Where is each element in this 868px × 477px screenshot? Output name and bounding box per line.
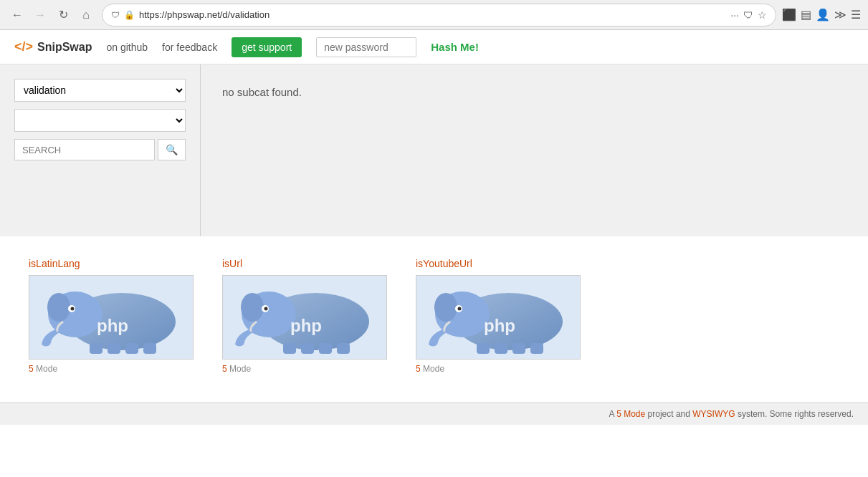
svg-rect-8	[143, 343, 156, 354]
reader-icon[interactable]: ▤	[801, 8, 811, 21]
svg-rect-15	[283, 343, 296, 354]
reload-button[interactable]: ↻	[53, 5, 73, 25]
snippet-thumb-0: php	[29, 275, 194, 360]
snippet-mode-0: 5 Mode	[29, 364, 194, 374]
library-icon[interactable]: ⬛	[782, 8, 796, 21]
browser-chrome: ← → ↻ ⌂ 🛡 🔒 https://phpswap.net/d/valida…	[0, 0, 868, 30]
category-select[interactable]: validation	[14, 79, 186, 102]
svg-text:php: php	[484, 316, 515, 335]
bookmark-icon[interactable]: 🛡	[743, 9, 753, 21]
footer-mode-link[interactable]: 5 Mode	[616, 409, 645, 419]
lock-icon: 🔒	[124, 10, 135, 20]
svg-point-22	[434, 293, 457, 322]
app-logo[interactable]: </> SnipSwap	[14, 39, 92, 54]
svg-rect-25	[477, 343, 490, 354]
footer-text-prefix: A	[609, 409, 617, 419]
php-elephant-svg-0: php	[36, 280, 186, 355]
get-support-button[interactable]: get support	[232, 37, 302, 57]
snippets-grid: isLatinLang	[29, 258, 839, 374]
forward-button[interactable]: →	[30, 5, 50, 25]
back-button[interactable]: ←	[7, 5, 27, 25]
nav-buttons: ← → ↻ ⌂	[7, 5, 96, 25]
address-bar[interactable]: 🛡 🔒 https://phpswap.net/d/validation ···…	[102, 4, 776, 26]
content-area: no subcat found.	[201, 64, 868, 236]
nav-link-feedback[interactable]: for feedback	[162, 42, 217, 53]
star-icon[interactable]: ☆	[758, 9, 767, 21]
svg-rect-16	[301, 343, 314, 354]
menu-icon[interactable]: ☰	[851, 8, 861, 21]
php-elephant-svg-2: php	[423, 280, 573, 355]
snippet-mode-text-0: Mode	[36, 364, 57, 374]
svg-point-12	[241, 293, 264, 322]
url-text: https://phpswap.net/d/validation	[139, 9, 726, 20]
search-input[interactable]	[14, 139, 155, 160]
svg-rect-27	[512, 343, 525, 354]
logo-text: SnipSwap	[37, 41, 92, 54]
svg-point-24	[458, 307, 462, 310]
svg-point-4	[71, 307, 75, 310]
snippet-mode-link-2[interactable]: 5	[416, 364, 421, 374]
svg-rect-7	[125, 343, 138, 354]
hash-me-link[interactable]: Hash Me!	[431, 41, 479, 53]
svg-rect-18	[337, 343, 350, 354]
snippet-card: isYoutubeUrl	[416, 258, 581, 374]
logo-icon: </>	[14, 39, 33, 54]
password-input[interactable]	[316, 37, 416, 57]
snippet-mode-text-2: Mode	[423, 364, 444, 374]
footer-text-middle: project and	[645, 409, 692, 419]
sidebar: validation 🔍	[0, 64, 201, 236]
home-button[interactable]: ⌂	[76, 5, 96, 25]
svg-rect-6	[108, 343, 120, 354]
app-header: </> SnipSwap on github for feedback get …	[0, 30, 868, 64]
snippet-title-2[interactable]: isYoutubeUrl	[416, 258, 581, 269]
snippet-mode-1: 5 Mode	[222, 364, 387, 374]
svg-rect-5	[90, 343, 102, 354]
snippets-section: isLatinLang	[0, 236, 868, 403]
search-row: 🔍	[14, 139, 186, 160]
more-icon[interactable]: ···	[730, 9, 739, 21]
svg-rect-28	[530, 343, 543, 354]
svg-point-14	[264, 307, 268, 310]
profile-icon[interactable]: 👤	[816, 8, 830, 21]
snippet-title-1[interactable]: isUrl	[222, 258, 387, 269]
snippet-thumb-2: php	[416, 275, 581, 360]
no-subcat-message: no subcat found.	[222, 86, 846, 98]
search-button[interactable]: 🔍	[158, 139, 186, 160]
snippet-mode-link-0[interactable]: 5	[29, 364, 34, 374]
svg-point-2	[47, 293, 70, 322]
main-layout: validation 🔍 no subcat found.	[0, 64, 868, 236]
svg-rect-17	[319, 343, 332, 354]
footer: A 5 Mode project and WYSIWYG system. Som…	[0, 403, 868, 425]
extensions-icon[interactable]: ≫	[834, 8, 846, 21]
nav-link-github[interactable]: on github	[106, 42, 148, 53]
php-elephant-svg-1: php	[229, 280, 380, 355]
snippet-card: isLatinLang	[29, 258, 194, 374]
footer-wysiwyg-link[interactable]: WYSIWYG	[692, 409, 735, 419]
snippet-title-0[interactable]: isLatinLang	[29, 258, 194, 269]
svg-text:php: php	[290, 316, 322, 335]
subcat-select[interactable]	[14, 109, 186, 132]
shield-icon: 🛡	[111, 10, 120, 20]
browser-toolbar: ⬛ ▤ 👤 ≫ ☰	[782, 8, 861, 21]
svg-text:php: php	[97, 316, 128, 335]
svg-rect-26	[495, 343, 507, 354]
address-actions: ··· 🛡 ☆	[730, 9, 767, 21]
snippet-thumb-1: php	[222, 275, 387, 360]
snippet-mode-2: 5 Mode	[416, 364, 581, 374]
snippet-mode-link-1[interactable]: 5	[222, 364, 227, 374]
footer-text-suffix: system. Some rights reserved.	[735, 409, 854, 419]
snippet-card: isUrl	[222, 258, 387, 374]
snippet-mode-text-1: Mode	[229, 364, 251, 374]
